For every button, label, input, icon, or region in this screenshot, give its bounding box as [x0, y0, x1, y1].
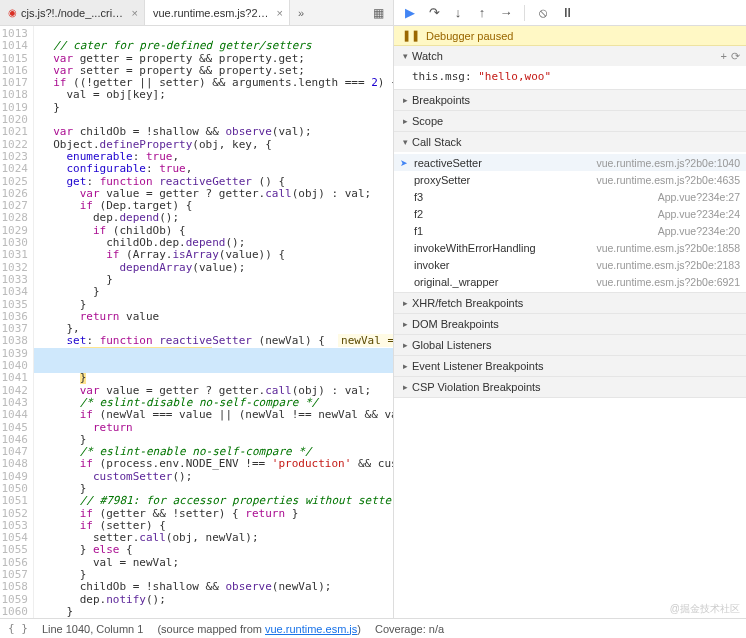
stack-frame[interactable]: original._wrappervue.runtime.esm.js?2b0e…: [394, 273, 746, 290]
add-watch-icon[interactable]: +: [721, 50, 727, 63]
source-map-info: (source mapped from vue.runtime.esm.js): [157, 623, 361, 635]
csp-breakpoints-header[interactable]: ▸CSP Violation Breakpoints: [394, 377, 746, 397]
callstack-header[interactable]: ▾Call Stack: [394, 132, 746, 152]
frame-fn: f1: [410, 225, 423, 237]
pause-icon: ❚❚: [402, 29, 420, 42]
watch-value: "hello,woo": [478, 70, 551, 83]
stack-frame[interactable]: f3App.vue?234e:27: [394, 188, 746, 205]
frame-loc: App.vue?234e:20: [658, 225, 740, 237]
stack-frame[interactable]: f1App.vue?234e:20: [394, 222, 746, 239]
frame-fn: invoker: [410, 259, 449, 271]
coverage-info: Coverage: n/a: [375, 623, 738, 635]
disclosure-icon: ▸: [400, 319, 410, 329]
status-bar: { } Line 1040, Column 1 (source mapped f…: [0, 618, 746, 638]
disclosure-icon: ▸: [400, 340, 410, 350]
debugger-toolbar: ▶ ↷ ↓ ↑ → ⦸ ⏸: [394, 0, 746, 26]
code-content: // cater for pre-defined getter/setters …: [34, 26, 393, 618]
disclosure-icon: ▸: [400, 116, 410, 126]
sidebar-toggle-icon[interactable]: ▦: [369, 4, 387, 22]
debugger-paused-banner: ❚❚ Debugger paused: [394, 26, 746, 46]
more-tabs-icon[interactable]: »: [290, 7, 312, 19]
code-editor[interactable]: 1013101410151016101710181019102010211022…: [0, 26, 393, 618]
watch-expression[interactable]: this.msg: "hello,woo": [394, 66, 746, 89]
stack-frame[interactable]: f2App.vue?234e:24: [394, 205, 746, 222]
scope-header[interactable]: ▸Scope: [394, 111, 746, 131]
tab-label: cjs.js?!./node_...cript&lang=js&: [21, 7, 127, 19]
frame-fn: invokeWithErrorHandling: [410, 242, 536, 254]
watch-title: Watch: [412, 50, 443, 62]
disclosure-icon: ▾: [400, 137, 410, 147]
xhr-breakpoints-header[interactable]: ▸XHR/fetch Breakpoints: [394, 293, 746, 313]
current-frame-icon: ➤: [398, 158, 410, 168]
file-tab-1[interactable]: vue.runtime.esm.js?2b0e ×: [145, 0, 290, 25]
bracket-icon[interactable]: { }: [8, 622, 28, 635]
disclosure-icon: ▸: [400, 382, 410, 392]
stack-frame[interactable]: proxySettervue.runtime.esm.js?2b0e:4635: [394, 171, 746, 188]
step-out-button[interactable]: ↑: [472, 3, 492, 23]
step-over-button[interactable]: ↷: [424, 3, 444, 23]
disclosure-icon: ▸: [400, 95, 410, 105]
editor-tabs: ◉ cjs.js?!./node_...cript&lang=js& × vue…: [0, 0, 393, 26]
frame-loc: vue.runtime.esm.js?2b0e:4635: [596, 174, 740, 186]
frame-fn: f2: [410, 208, 423, 220]
disclosure-icon: ▸: [400, 298, 410, 308]
banner-text: Debugger paused: [426, 30, 513, 42]
stack-frame[interactable]: invokervue.runtime.esm.js?2b0e:2183: [394, 256, 746, 273]
resume-button[interactable]: ▶: [400, 3, 420, 23]
watch-header[interactable]: ▾ Watch + ⟳: [394, 46, 746, 66]
file-tab-0[interactable]: ◉ cjs.js?!./node_...cript&lang=js& ×: [0, 0, 145, 25]
disclosure-icon: ▸: [400, 361, 410, 371]
error-icon: ◉: [8, 7, 17, 18]
close-icon[interactable]: ×: [132, 7, 138, 19]
watch-expr: this.msg: [412, 70, 465, 83]
callstack-body: ➤reactiveSettervue.runtime.esm.js?2b0e:1…: [394, 152, 746, 292]
watermark: @掘金技术社区: [670, 602, 740, 616]
pause-on-exceptions-button[interactable]: ⏸: [557, 3, 577, 23]
step-into-button[interactable]: ↓: [448, 3, 468, 23]
frame-loc: App.vue?234e:27: [658, 191, 740, 203]
frame-fn: proxySetter: [410, 174, 470, 186]
step-button[interactable]: →: [496, 3, 516, 23]
global-listeners-header[interactable]: ▸Global Listeners: [394, 335, 746, 355]
close-icon[interactable]: ×: [277, 7, 283, 19]
refresh-watch-icon[interactable]: ⟳: [731, 50, 740, 63]
frame-fn: original._wrapper: [410, 276, 498, 288]
cursor-position: Line 1040, Column 1: [42, 623, 144, 635]
frame-fn: f3: [410, 191, 423, 203]
disclosure-icon: ▾: [400, 51, 410, 61]
stack-frame[interactable]: invokeWithErrorHandlingvue.runtime.esm.j…: [394, 239, 746, 256]
frame-loc: App.vue?234e:24: [658, 208, 740, 220]
frame-loc: vue.runtime.esm.js?2b0e:6921: [596, 276, 740, 288]
source-map-link[interactable]: vue.runtime.esm.js: [265, 623, 357, 635]
frame-loc: vue.runtime.esm.js?2b0e:1040: [596, 157, 740, 169]
frame-loc: vue.runtime.esm.js?2b0e:2183: [596, 259, 740, 271]
breakpoints-header[interactable]: ▸Breakpoints: [394, 90, 746, 110]
deactivate-breakpoints-button[interactable]: ⦸: [533, 3, 553, 23]
event-breakpoints-header[interactable]: ▸Event Listener Breakpoints: [394, 356, 746, 376]
tab-label: vue.runtime.esm.js?2b0e: [153, 7, 272, 19]
line-gutter: 1013101410151016101710181019102010211022…: [0, 26, 34, 618]
stack-frame[interactable]: ➤reactiveSettervue.runtime.esm.js?2b0e:1…: [394, 154, 746, 171]
frame-fn: reactiveSetter: [410, 157, 482, 169]
frame-loc: vue.runtime.esm.js?2b0e:1858: [596, 242, 740, 254]
dom-breakpoints-header[interactable]: ▸DOM Breakpoints: [394, 314, 746, 334]
